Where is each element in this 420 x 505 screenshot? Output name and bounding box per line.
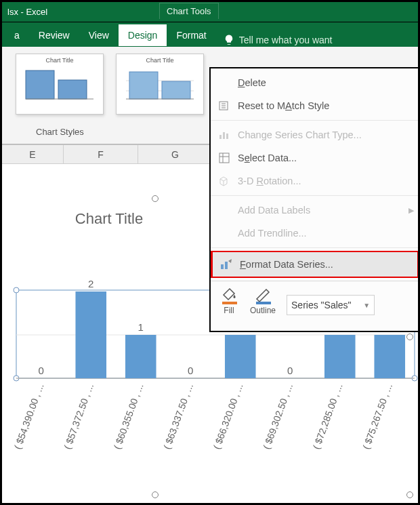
x-tick-label: ( $69,302.50 , ... xyxy=(261,382,295,451)
thumb-title: Chart Title xyxy=(117,57,203,64)
bar[interactable] xyxy=(75,291,106,378)
svg-line-23 xyxy=(224,179,227,181)
col-header-F[interactable]: F xyxy=(63,145,138,163)
selection-handle[interactable] xyxy=(152,491,159,498)
menu-select-data[interactable]: Select Data... xyxy=(211,146,419,169)
tab-design[interactable]: Design xyxy=(119,24,167,46)
svg-point-9 xyxy=(14,287,19,293)
svg-line-22 xyxy=(220,179,224,181)
bar-value-label: 1 xyxy=(138,321,144,333)
chart-title[interactable]: Chart Title xyxy=(4,210,214,228)
menu-3d-rotation: 3-D Rotation... xyxy=(211,169,419,193)
select-data-icon xyxy=(217,151,231,165)
tab-partial-a[interactable]: a xyxy=(5,24,29,46)
ribbon-tabs: a Review View Design Format Tell me what… xyxy=(2,22,418,47)
dropdown-arrow-icon: ▼ xyxy=(363,302,370,309)
selection-handle[interactable] xyxy=(406,334,413,340)
svg-rect-16 xyxy=(219,135,222,139)
menu-reset-to-match-style[interactable]: Reset to MAtch Style xyxy=(211,94,419,117)
svg-rect-28 xyxy=(256,302,271,304)
menu-add-trendline: Add Trendline... xyxy=(211,222,419,245)
x-tick-label: ( $75,267.50 , ... xyxy=(360,382,394,451)
chart-tools-label: Chart Tools xyxy=(159,3,219,19)
x-tick-label: ( $66,320.00 , ... xyxy=(211,382,245,451)
x-tick-label: ( $54,390.00 , ... xyxy=(12,382,46,451)
svg-rect-19 xyxy=(219,153,229,163)
blank-icon xyxy=(217,203,231,217)
fill-button[interactable]: Fill xyxy=(219,285,239,315)
bar-value-label: 0 xyxy=(287,365,293,376)
bar[interactable] xyxy=(324,335,356,378)
selection-handle[interactable] xyxy=(152,195,159,202)
svg-rect-6 xyxy=(162,81,190,99)
menu-format-data-series[interactable]: Format Data Series... xyxy=(211,251,419,278)
bar[interactable] xyxy=(374,335,405,378)
svg-rect-27 xyxy=(222,302,237,304)
chart-style-thumb-1[interactable]: Chart Title xyxy=(16,54,104,115)
bar-value-label: 0 xyxy=(39,365,44,376)
chart-styles-label: Chart Styles xyxy=(36,127,84,137)
svg-rect-0 xyxy=(26,70,54,99)
svg-rect-1 xyxy=(58,80,87,99)
tab-view[interactable]: View xyxy=(79,24,119,46)
reset-icon xyxy=(217,99,231,113)
selection-handle[interactable] xyxy=(406,491,413,498)
svg-rect-25 xyxy=(221,264,224,269)
menu-add-data-labels: Add Data Labels ▶ xyxy=(211,199,419,222)
menu-change-series-chart-type: Change Series Chart Type... xyxy=(211,123,419,146)
outline-button[interactable]: Outline xyxy=(250,285,276,315)
col-header-G[interactable]: G xyxy=(138,145,212,163)
chart-type-icon xyxy=(217,128,231,142)
x-tick-label: ( $72,285.00 , ... xyxy=(311,382,345,451)
bar-value-label: 0 xyxy=(188,365,193,376)
mini-toolbar: Fill Outline Series "Sales" ▼ xyxy=(211,281,419,328)
submenu-arrow-icon: ▶ xyxy=(408,206,414,215)
tab-review[interactable]: Review xyxy=(29,24,79,46)
lightbulb-icon xyxy=(223,34,235,46)
fill-bucket-icon xyxy=(219,285,239,306)
rotation-3d-icon xyxy=(217,174,231,188)
blank-icon xyxy=(217,76,231,89)
tab-format[interactable]: Format xyxy=(167,24,215,46)
svg-rect-26 xyxy=(225,262,228,269)
tell-me-label: Tell me what you want xyxy=(239,35,333,45)
x-tick-label: ( $60,355.00 , ... xyxy=(112,382,146,451)
x-tick-label: ( $57,372.50 , ... xyxy=(62,382,96,451)
svg-rect-17 xyxy=(223,132,225,139)
outline-pen-icon xyxy=(253,285,273,306)
blank-icon xyxy=(217,226,231,240)
format-series-icon xyxy=(219,258,233,271)
bar[interactable] xyxy=(125,335,156,378)
bar[interactable] xyxy=(225,335,256,378)
col-header-E[interactable]: E xyxy=(2,145,63,163)
chart-style-thumb-2[interactable]: Chart Title xyxy=(116,54,204,115)
window-title: lsx - Excel xyxy=(2,7,47,17)
tell-me-search[interactable]: Tell me what you want xyxy=(216,34,333,46)
svg-rect-18 xyxy=(226,134,228,139)
bar-value-label: 2 xyxy=(88,278,93,289)
menu-label: Change Series Chart Type... xyxy=(238,129,362,140)
svg-rect-5 xyxy=(129,72,158,99)
menu-delete[interactable]: Delete xyxy=(211,71,419,94)
series-selector[interactable]: Series "Sales" ▼ xyxy=(287,295,375,315)
context-menu: Delete Reset to MAtch Style Change Serie… xyxy=(209,67,420,332)
x-tick-label: ( $63,337.50 , ... xyxy=(161,382,195,451)
thumb-title: Chart Title xyxy=(16,57,103,64)
